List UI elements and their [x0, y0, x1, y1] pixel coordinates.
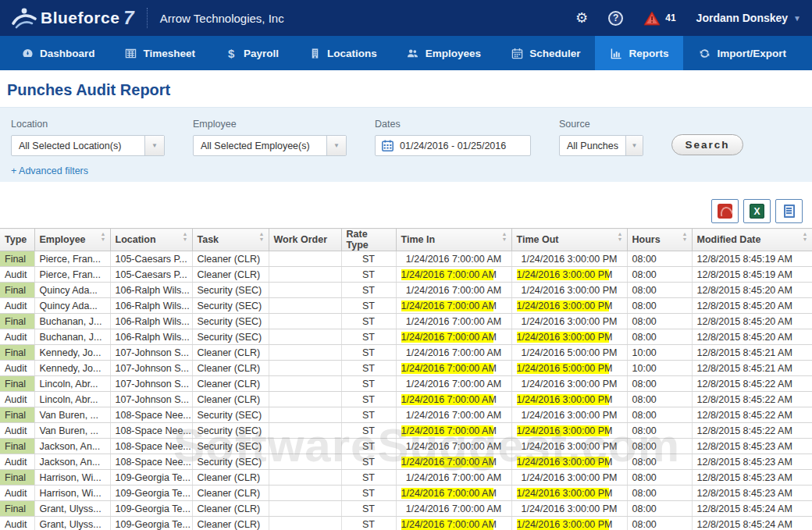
table-row[interactable]: AuditBuchanan, J...106-Ralph Wils...Secu… — [0, 329, 812, 345]
nav-item-dashboard[interactable]: Dashboard — [6, 36, 110, 70]
excel-export-icon[interactable]: X — [743, 199, 771, 223]
source-select-arrow-icon[interactable]: ▼ — [625, 136, 643, 155]
column-header-time_out[interactable]: Time Out▲▼ — [511, 229, 627, 251]
nav-item-payroll[interactable]: $Payroll — [210, 36, 294, 70]
cell-time_in: 1/24/2016 7:00:00 AM — [396, 517, 511, 530]
cell-time_in: 1/24/2016 7:00:00 AM — [396, 251, 511, 267]
table-row[interactable]: AuditLincoln, Abr...107-Johnson S...Clea… — [0, 392, 812, 407]
import-export-icon — [698, 47, 710, 59]
nav-item-scheduler[interactable]: Scheduler — [496, 36, 595, 70]
sort-arrows-icon[interactable]: ▲▼ — [682, 231, 688, 242]
column-header-modified[interactable]: Modified Date▲▼ — [692, 229, 812, 251]
cell-work_order — [269, 298, 341, 314]
column-header-employee[interactable]: Employee▲▼ — [34, 229, 110, 251]
advanced-filters-link[interactable]: + Advanced filters — [11, 165, 88, 176]
cell-time_out: 1/24/2016 5:00:00 PM — [511, 361, 627, 376]
search-button[interactable]: Search — [671, 134, 743, 155]
nav-item-reports[interactable]: Reports — [595, 36, 683, 70]
alerts-indicator[interactable]: 41 — [643, 11, 675, 26]
cell-rate_type: ST — [341, 251, 396, 267]
cell-work_order — [269, 501, 341, 517]
cell-task: Cleaner (CLR) — [192, 361, 269, 376]
help-icon[interactable]: ? — [608, 11, 623, 26]
highlighted-time: 1/24/2016 7:00:00 AM — [401, 332, 494, 343]
column-header-hours[interactable]: Hours▲▼ — [627, 229, 692, 251]
cell-work_order — [269, 439, 341, 454]
pdf-export-icon[interactable] — [711, 199, 739, 223]
table-row[interactable]: FinalBuchanan, J...106-Ralph Wils...Secu… — [0, 314, 812, 329]
sort-arrows-icon[interactable]: ▲▼ — [259, 231, 265, 242]
cell-task: Cleaner (CLR) — [192, 267, 269, 283]
warning-triangle-icon — [643, 11, 661, 26]
cell-type: Audit — [0, 454, 34, 470]
cell-location: 105-Caesars P... — [110, 251, 192, 267]
cell-time_out: 1/24/2016 3:00:00 PM — [511, 314, 627, 329]
blueforce-logo[interactable]: Blueforce7 — [11, 6, 134, 30]
topbar-actions: ⚙ ? 41 Jordann Donskey ▼ — [575, 11, 801, 26]
table-row[interactable]: FinalHarrison, Wi...109-Georgia Te...Cle… — [0, 470, 812, 486]
cell-employee: Lincoln, Abr... — [34, 392, 110, 407]
sort-arrows-icon[interactable]: ▲▼ — [183, 231, 188, 242]
cell-type: Audit — [0, 329, 34, 345]
cell-hours: 08:00 — [627, 329, 692, 345]
table-row[interactable]: FinalJackson, An...108-Space Nee...Secur… — [0, 439, 812, 454]
cell-task: Security (SEC) — [192, 298, 269, 314]
sort-arrows-icon[interactable]: ▲▼ — [803, 231, 808, 242]
cell-rate_type: ST — [341, 345, 396, 361]
nav-item-label: Locations — [327, 48, 377, 59]
cell-hours: 08:00 — [627, 501, 692, 517]
column-header-task[interactable]: Task▲▼ — [192, 229, 269, 251]
table-row[interactable]: AuditQuincy Ada...106-Ralph Wils...Secur… — [0, 298, 812, 314]
cell-time_out: 1/24/2016 3:00:00 PM — [511, 329, 627, 345]
employee-select-arrow-icon[interactable]: ▼ — [326, 136, 346, 155]
table-row[interactable]: FinalVan Buren, ...108-Space Nee...Secur… — [0, 407, 812, 423]
cell-hours: 08:00 — [627, 454, 692, 470]
cell-work_order — [269, 283, 341, 298]
column-header-work_order: Work Order — [269, 229, 341, 251]
table-row[interactable]: AuditPierce, Fran...105-Caesars P...Clea… — [0, 267, 812, 283]
table-row[interactable]: FinalQuincy Ada...106-Ralph Wils...Secur… — [0, 283, 812, 298]
nav-item-locations[interactable]: Locations — [294, 36, 392, 70]
table-row[interactable]: FinalLincoln, Abr...107-Johnson S...Clea… — [0, 376, 812, 392]
column-header-label: Hours — [632, 234, 661, 245]
employee-select[interactable]: All Selected Employee(s) ▼ — [193, 135, 347, 156]
cell-time_out: 1/24/2016 3:00:00 PM — [511, 470, 627, 486]
table-row[interactable]: AuditVan Buren, ...108-Space Nee...Secur… — [0, 423, 812, 439]
column-header-label: Time In — [401, 234, 436, 245]
sort-arrows-icon[interactable]: ▲▼ — [502, 231, 508, 242]
highlighted-time: 1/24/2016 7:00:00 AM — [401, 519, 494, 530]
location-select[interactable]: All Selected Location(s) ▼ — [11, 135, 165, 156]
table-row[interactable]: FinalGrant, Ulyss...109-Georgia Te...Cle… — [0, 501, 812, 517]
date-range-input[interactable]: 01/24/2016 - 01/25/2016 — [375, 135, 531, 156]
table-row[interactable]: FinalKennedy, Jo...107-Johnson S...Clean… — [0, 345, 812, 361]
location-select-arrow-icon[interactable]: ▼ — [144, 136, 164, 155]
cell-time_in: 1/24/2016 7:00:00 AM — [396, 267, 511, 283]
column-header-label: Time Out — [517, 234, 559, 245]
nav-item-employees[interactable]: Employees — [392, 36, 496, 70]
nav-item-import-export[interactable]: Import/Export — [683, 36, 801, 70]
highlighted-time: 1/24/2016 7:00:00 AM — [401, 457, 494, 468]
table-row[interactable]: FinalPierce, Fran...105-Caesars P...Clea… — [0, 251, 812, 267]
copy-export-icon[interactable] — [775, 199, 803, 223]
cell-employee: Harrison, Wi... — [34, 470, 110, 486]
table-row[interactable]: AuditHarrison, Wi...109-Georgia Te...Cle… — [0, 486, 812, 501]
cell-time_in: 1/24/2016 7:00:00 AM — [396, 470, 511, 486]
column-header-location[interactable]: Location▲▼ — [110, 229, 192, 251]
cell-location: 108-Space Nee... — [110, 423, 192, 439]
highlighted-time: 1/24/2016 5:00:00 PM — [517, 363, 610, 374]
cell-time_out: 1/24/2016 3:00:00 PM — [511, 454, 627, 470]
column-header-label: Modified Date — [697, 234, 761, 245]
table-row[interactable]: AuditGrant, Ulyss...109-Georgia Te...Cle… — [0, 517, 812, 530]
column-header-time_in[interactable]: Time In▲▼ — [396, 229, 511, 251]
table-row[interactable]: AuditJackson, An...108-Space Nee...Secur… — [0, 454, 812, 470]
source-select[interactable]: All Punches ▼ — [559, 135, 643, 156]
sort-arrows-icon[interactable]: ▲▼ — [101, 231, 106, 242]
cell-employee: Harrison, Wi... — [34, 486, 110, 501]
gear-icon[interactable]: ⚙ — [575, 11, 588, 25]
user-menu[interactable]: Jordann Donskey ▼ — [696, 12, 801, 24]
nav-item-timesheet[interactable]: Timesheet — [110, 36, 211, 70]
sort-arrows-icon[interactable]: ▲▼ — [618, 231, 623, 242]
table-row[interactable]: AuditKennedy, Jo...107-Johnson S...Clean… — [0, 361, 812, 376]
cell-task: Cleaner (CLR) — [192, 251, 269, 267]
cell-rate_type: ST — [341, 454, 396, 470]
